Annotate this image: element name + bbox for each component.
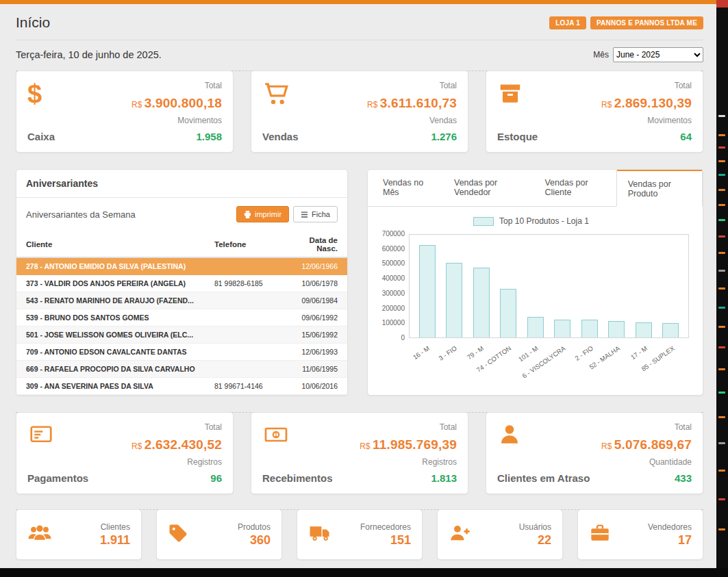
company-badge[interactable]: PANNOS E PANNOS LTDA ME: [590, 16, 703, 29]
caixa-count-value: 1.958: [196, 131, 222, 142]
bottom-bar: [0, 568, 728, 577]
clientes-atraso-title: Clientes em Atraso: [497, 472, 590, 484]
caixa-title: Caixa: [27, 131, 55, 142]
chart-x-labels: 16 - M3 - FIO79 - M74 - COTTON101 - M6 -…: [409, 342, 689, 373]
estoque-title: Estoque: [497, 131, 538, 142]
mini-cards-row: Clientes 1.911 Produtos 360 Forneced: [16, 509, 703, 560]
products-chart: Top 10 Produtos - Loja 1 700000600000500…: [368, 207, 703, 376]
birthdays-title: Aniversariantes: [16, 170, 347, 198]
estoque-card: Estoque Total R$2.869.130,39 Movimentos …: [486, 70, 703, 153]
pagamentos-count-value: 96: [210, 472, 222, 484]
printer-icon: [244, 211, 251, 218]
col-telefone: Telefone: [205, 232, 281, 257]
data-nasc-cell: 15/06/1992: [281, 326, 347, 344]
tag-icon: [168, 523, 188, 546]
telefone-cell: [205, 326, 281, 344]
telefone-cell: 81 99671-4146: [205, 378, 281, 395]
vendedores-card: Vendedores 17: [577, 509, 703, 560]
birthday-row[interactable]: 539 - BRUNO DOS SANTOS GOMES 09/06/1992: [16, 309, 347, 326]
birthday-row[interactable]: 373 - VALDIR DOS ANJOS PEREIRA (ANGELA) …: [16, 275, 347, 292]
data-nasc-cell: 12/06/1966: [281, 257, 347, 275]
telefone-cell: [205, 344, 281, 361]
count-label: Quantidade: [649, 457, 692, 467]
data-nasc-cell: 11/06/1995: [281, 361, 347, 378]
vendas-count-value: 1.276: [431, 131, 457, 142]
produtos-label: Produtos: [238, 522, 271, 532]
store-badge[interactable]: LOJA 1: [549, 16, 586, 29]
birthday-row[interactable]: 309 - ANA SEVERINA PAES DA SILVA 81 9967…: [16, 378, 347, 395]
box-icon: [497, 81, 538, 110]
top-cards-row: $ Caixa Total R$3.900.800,18 Movimentos …: [16, 70, 703, 153]
data-nasc-cell: 09/06/1992: [281, 309, 347, 326]
tab-vendas-por-cliente[interactable]: Vendas por Cliente: [534, 170, 616, 206]
month-select[interactable]: June - 2025: [613, 47, 703, 62]
legend-label: Top 10 Produtos - Loja 1: [499, 216, 589, 226]
caixa-card: $ Caixa Total R$3.900.800,18 Movimentos …: [16, 70, 234, 153]
chart-bars: [409, 234, 689, 338]
sales-tabs: Vendas no Mês Vendas por Vendedor Vendas…: [368, 170, 703, 207]
dollar-icon: $: [27, 81, 55, 110]
vendas-total-value: R$3.611.610,73: [367, 96, 457, 111]
strip-red-block: [716, 0, 728, 8]
atraso-total-value: R$5.076.869,67: [601, 437, 692, 452]
top-accent-bar: [0, 0, 716, 4]
sales-panel: Vendas no Mês Vendas por Vendedor Vendas…: [367, 169, 703, 396]
middle-row: Aniversariantes Aniversariantes da Seman…: [16, 169, 703, 396]
cart-icon: [262, 81, 299, 110]
pagamentos-total-value: R$2.632.430,52: [131, 437, 222, 452]
ficha-button[interactable]: Ficha: [293, 206, 338, 222]
tab-vendas-no-mes[interactable]: Vendas no Mês: [372, 170, 443, 206]
user-plus-icon: [449, 523, 472, 546]
col-data-nasc: Data de Nasc.: [281, 232, 347, 257]
print-button[interactable]: imprimir: [236, 206, 289, 222]
chart-bar: [662, 323, 679, 337]
cliente-cell: 669 - RAFAELA PROCOPIO DA SILVA CARVALHO: [16, 361, 205, 378]
total-label: Total: [675, 422, 692, 432]
tab-vendas-por-vendedor[interactable]: Vendas por Vendedor: [443, 170, 534, 206]
chart-bar: [527, 317, 544, 337]
cliente-cell: 373 - VALDIR DOS ANJOS PEREIRA (ANGELA): [16, 275, 205, 292]
briefcase-icon: [589, 523, 611, 546]
cliente-cell: 309 - ANA SEVERINA PAES DA SILVA: [16, 378, 205, 395]
tab-vendas-por-produto[interactable]: Vendas por Produto: [616, 170, 703, 207]
birthday-row[interactable]: 543 - RENATO MARINHO DE ARAUJO (FAZEND..…: [16, 292, 347, 309]
count-label: Movimentos: [647, 116, 692, 125]
page-title: Início: [16, 14, 50, 31]
list-icon: [301, 211, 308, 218]
estoque-count-value: 64: [680, 131, 692, 142]
background-window-strip: [716, 0, 728, 577]
telefone-cell: [205, 361, 281, 378]
recebimentos-total-value: R$11.985.769,39: [360, 437, 457, 452]
people-group-icon: [27, 523, 52, 546]
recebimentos-card: 1 Recebimentos Total R$11.985.769,39 Reg…: [251, 412, 468, 494]
fornecedores-value: 151: [390, 533, 411, 548]
chart-bar: [446, 263, 462, 337]
fornecedores-label: Fornecedores: [360, 522, 411, 532]
birthdays-subtitle: Aniversariantes da Semana: [26, 209, 136, 220]
usuarios-card: Usuários 22: [437, 509, 563, 560]
legend-chip: [473, 217, 494, 226]
birthday-row[interactable]: 278 - ANTONIO EMIDIO DA SILVA (PALESTINA…: [16, 257, 347, 275]
pagamentos-title: Pagamentos: [27, 472, 88, 484]
pagamentos-card: Pagamentos Total R$2.632.430,52 Registro…: [16, 412, 234, 494]
clientes-value: 1.911: [100, 533, 130, 548]
birthday-row[interactable]: 709 - ANTONIO EDSON CAVALCANTE DANTAS 12…: [16, 344, 347, 361]
telefone-cell: [205, 309, 281, 326]
chart-bar: [636, 322, 652, 337]
vendedores-label: Vendedores: [648, 522, 692, 532]
count-label: Movimentos: [177, 116, 222, 125]
birthday-row[interactable]: 501 - JOSE WELISSON GOMES OLIVEIRA (ELC.…: [16, 326, 347, 344]
total-label: Total: [675, 81, 692, 90]
total-label: Total: [205, 422, 222, 432]
chart-bar: [473, 268, 490, 337]
chart-y-axis: 7000006000005000004000003000002000001000…: [373, 231, 409, 342]
fornecedores-card: Fornecedores 151: [297, 509, 423, 560]
clientes-label: Clientes: [101, 522, 130, 532]
data-nasc-cell: 09/06/1984: [281, 292, 347, 309]
date-row: Terça-feira, 10 de junho de 2025. Mês Ju…: [16, 40, 703, 69]
count-label: Vendas: [429, 116, 457, 125]
recebimentos-title: Recebimentos: [262, 472, 333, 484]
clientes-atraso-card: Clientes em Atraso Total R$5.076.869,67 …: [486, 412, 703, 494]
month-picker: Mês June - 2025: [593, 47, 703, 62]
birthday-row[interactable]: 669 - RAFAELA PROCOPIO DA SILVA CARVALHO…: [16, 361, 347, 378]
